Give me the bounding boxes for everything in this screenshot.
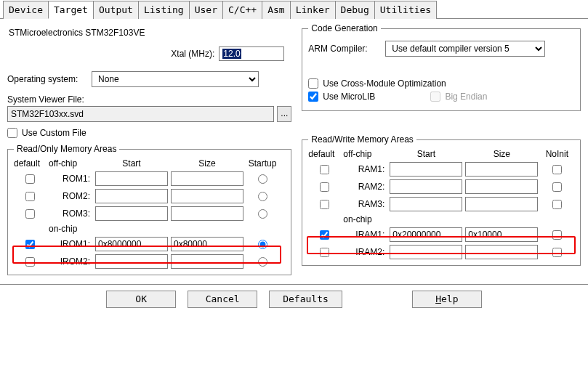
mem-start-input[interactable] [390, 227, 462, 242]
mem-startup-radio[interactable] [258, 174, 267, 184]
microlib-checkbox[interactable]: Use MicroLIB [308, 92, 375, 102]
device-name: STMicroelectronics STM32F103VE [9, 28, 291, 38]
cross-module-checkbox[interactable]: Use Cross-Module Optimization [308, 78, 446, 89]
mem-start-input[interactable] [390, 162, 462, 177]
mem-noinit-checkbox[interactable] [552, 200, 562, 209]
mem-default-checkbox[interactable] [25, 240, 35, 249]
dialog-buttons: OK Cancel Defaults Help [0, 284, 588, 314]
readwrite-memory-areas: Read/Write Memory Areas defaultoff-chipS… [302, 134, 581, 266]
ok-button[interactable]: OK [106, 291, 176, 308]
defaults-button[interactable]: Defaults [269, 291, 342, 308]
mem-noinit-checkbox[interactable] [552, 165, 562, 174]
mem-startup-radio[interactable] [258, 257, 267, 267]
tab-user[interactable]: User [189, 1, 223, 19]
mem-noinit-checkbox[interactable] [552, 248, 562, 257]
svf-browse-button[interactable]: ... [277, 106, 291, 122]
tab-utilities[interactable]: Utilities [374, 1, 437, 19]
help-button[interactable]: Help [412, 291, 482, 308]
tab-debug[interactable]: Debug [335, 1, 375, 19]
mem-start-input[interactable] [390, 197, 462, 211]
arm-compiler-select[interactable]: Use default compiler version 5 [385, 41, 545, 57]
mem-default-checkbox[interactable] [25, 174, 35, 184]
mem-startup-radio[interactable] [258, 192, 267, 201]
tab-listing[interactable]: Listing [138, 1, 190, 19]
mem-size-input[interactable] [171, 237, 243, 251]
tab-strip: DeviceTargetOutputListingUserC/C++AsmLin… [0, 0, 588, 19]
mem-start-input[interactable] [95, 171, 168, 186]
mem-start-input[interactable] [95, 189, 168, 203]
svf-input: STM32F103xx.svd [7, 106, 274, 122]
mem-startup-radio[interactable] [258, 209, 267, 219]
readwrite-legend: Read/Write Memory Areas [308, 134, 416, 145]
mem-size-input[interactable] [465, 162, 538, 177]
mem-default-checkbox[interactable] [320, 230, 329, 240]
mem-start-input[interactable] [95, 254, 168, 269]
big-endian-checkbox: Big Endian [430, 92, 487, 102]
tab-cc[interactable]: C/C++ [222, 1, 262, 19]
code-generation: Code Generation ARM Compiler: Use defaul… [302, 23, 581, 111]
mem-noinit-checkbox[interactable] [552, 182, 562, 192]
mem-start-input[interactable] [95, 237, 168, 251]
mem-size-input[interactable] [171, 171, 243, 186]
xtal-input[interactable]: 12.0 [219, 46, 284, 61]
readonly-memory-areas: Read/Only Memory Areas defaultoff-chipSt… [7, 144, 291, 275]
use-custom-file-checkbox[interactable]: Use Custom File [7, 128, 86, 138]
tab-output[interactable]: Output [93, 1, 139, 19]
xtal-label: Xtal (MHz): [171, 49, 214, 59]
tab-target[interactable]: Target [48, 1, 94, 19]
os-select[interactable]: None [92, 71, 259, 87]
mem-size-input[interactable] [171, 189, 243, 203]
mem-size-input[interactable] [171, 206, 243, 221]
tab-device[interactable]: Device [3, 1, 49, 19]
mem-default-checkbox[interactable] [25, 257, 35, 267]
cancel-button[interactable]: Cancel [188, 291, 257, 308]
mem-start-input[interactable] [390, 245, 462, 259]
mem-default-checkbox[interactable] [320, 200, 329, 209]
os-label: Operating system: [7, 74, 87, 84]
mem-start-input[interactable] [95, 206, 168, 221]
codegen-legend: Code Generation [308, 23, 380, 33]
mem-default-checkbox[interactable] [320, 248, 329, 257]
mem-start-input[interactable] [390, 179, 462, 194]
tab-asm[interactable]: Asm [262, 1, 290, 19]
mem-default-checkbox[interactable] [320, 182, 329, 192]
mem-default-checkbox[interactable] [25, 192, 35, 201]
mem-size-input[interactable] [465, 197, 538, 211]
mem-size-input[interactable] [465, 179, 538, 194]
arm-compiler-label: ARM Compiler: [308, 44, 381, 54]
mem-size-input[interactable] [465, 227, 538, 242]
svf-label: System Viewer File: [7, 94, 291, 105]
mem-default-checkbox[interactable] [25, 209, 35, 219]
tab-linker[interactable]: Linker [290, 1, 336, 19]
mem-startup-radio[interactable] [258, 240, 267, 249]
readonly-legend: Read/Only Memory Areas [14, 144, 119, 154]
mem-noinit-checkbox[interactable] [552, 230, 562, 240]
mem-size-input[interactable] [465, 245, 538, 259]
mem-default-checkbox[interactable] [320, 165, 329, 174]
mem-size-input[interactable] [171, 254, 243, 269]
